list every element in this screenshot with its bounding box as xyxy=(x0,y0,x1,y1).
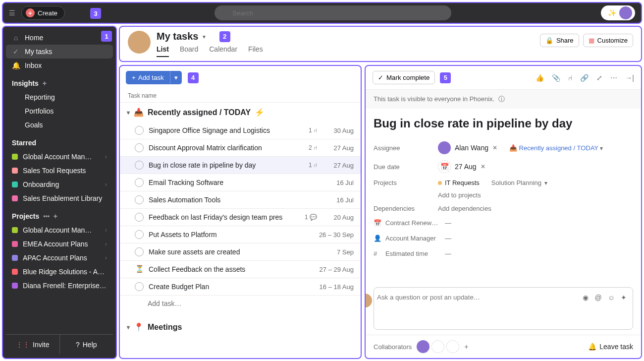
sidebar-starred-item[interactable]: Onboarding› xyxy=(6,178,113,191)
project-color-dot xyxy=(12,255,18,261)
tab-calendar[interactable]: Calendar xyxy=(209,45,237,57)
sidebar-project-item[interactable]: Diana Frenell: Enterprise… xyxy=(6,279,113,293)
chevron-right-icon: › xyxy=(105,241,107,247)
hamburger-icon[interactable]: ☰ xyxy=(9,9,15,17)
sidebar-insights-item[interactable]: Portfolios xyxy=(6,104,113,118)
mark-complete-button[interactable]: ✓ Mark complete xyxy=(373,71,435,84)
check-circle-icon[interactable] xyxy=(135,161,144,170)
record-icon[interactable]: ◉ xyxy=(583,294,589,301)
plus-icon[interactable]: + xyxy=(43,79,47,87)
annotation-1: 1 xyxy=(101,31,112,42)
close-icon[interactable]: →| xyxy=(625,74,634,82)
check-circle-icon[interactable] xyxy=(135,178,144,187)
sidebar-project-item[interactable]: Blue Ridge Solutions - A… xyxy=(6,265,113,279)
emoji-icon[interactable]: ☺ xyxy=(608,294,615,301)
sidebar-section-projects[interactable]: Projects ••• + xyxy=(6,205,113,223)
help-button[interactable]: ? Help xyxy=(59,335,113,354)
check-circle-icon[interactable] xyxy=(135,247,144,256)
task-row[interactable]: Create Budget Plan16 – 18 Aug xyxy=(120,278,361,296)
task-row[interactable]: Feedback on last Friday's design team pr… xyxy=(120,209,361,226)
assignee-label: Assignee xyxy=(374,144,438,152)
add-task-button[interactable]: + Add task xyxy=(126,71,170,84)
custom-field-row[interactable]: #Estimated time— xyxy=(366,246,641,261)
add-task-dropdown[interactable]: ▾ xyxy=(170,71,182,84)
task-row[interactable]: Sales Automation Tools16 Jul xyxy=(120,191,361,209)
add-collaborator-slot[interactable] xyxy=(431,340,444,353)
task-row[interactable]: Discount Approval Matrix clarification2 … xyxy=(120,139,361,157)
more-icon[interactable]: ⋯ xyxy=(610,74,617,82)
task-row[interactable]: Email Tracking Software16 Jul xyxy=(120,174,361,191)
remove-assignee-icon[interactable]: ✕ xyxy=(492,144,497,151)
sidebar-starred-item[interactable]: Sales Tool Requests xyxy=(6,164,113,178)
project-pill-it[interactable]: IT Requests xyxy=(438,179,480,186)
project-pill-solution[interactable]: Solution Planning ▾ xyxy=(491,179,547,186)
task-name: Collect Feedback on the assets xyxy=(149,265,315,273)
check-circle-icon[interactable] xyxy=(135,282,144,291)
tab-files[interactable]: Files xyxy=(248,45,263,57)
custom-field-row[interactable]: 📅Contract Renew…— xyxy=(366,215,641,231)
sidebar-project-item[interactable]: APAC Account Plans› xyxy=(6,251,113,265)
sidebar-nav-inbox[interactable]: 🔔Inbox xyxy=(6,59,113,72)
sidebar-starred-item[interactable]: Global Account Man…› xyxy=(6,150,113,164)
leave-task-button[interactable]: 🔔 Leave task xyxy=(588,343,633,351)
subtask-icon[interactable]: ⑁ xyxy=(568,74,572,82)
field-value: — xyxy=(445,219,451,227)
avatar-pill[interactable]: ✨ xyxy=(601,5,635,20)
sidebar-section-starred[interactable]: Starred xyxy=(6,132,113,150)
tab-board[interactable]: Board xyxy=(180,45,198,57)
add-collaborator-slot[interactable] xyxy=(446,340,459,353)
task-title[interactable]: Bug in close rate in pipeline by day xyxy=(366,109,641,138)
check-circle-icon[interactable] xyxy=(135,230,144,239)
sidebar-nav-my-tasks[interactable]: ✓My tasks xyxy=(6,45,113,59)
customize-button[interactable]: ▦ Customize xyxy=(583,34,633,47)
section-recently-assigned[interactable]: ▾ 📥 Recently assigned / TODAY ⚡ xyxy=(120,103,361,122)
assignee-avatar xyxy=(438,141,451,154)
chevron-down-icon[interactable]: ▾ xyxy=(203,33,206,40)
section-chip[interactable]: 📥 Recently assigned / TODAY ▾ xyxy=(509,144,603,152)
sidebar-section-insights[interactable]: Insights + xyxy=(6,72,113,90)
invite-button[interactable]: ⋮⋮ Invite xyxy=(6,335,59,354)
task-row[interactable]: Bug in close rate in pipeline by day1 ⑁2… xyxy=(120,157,361,174)
search-input[interactable] xyxy=(215,5,451,20)
sidebar-insights-item[interactable]: Reporting xyxy=(6,90,113,104)
add-task-placeholder[interactable]: Add task… xyxy=(120,296,361,311)
custom-field-row[interactable]: 👤Account Manager— xyxy=(366,231,641,246)
share-button[interactable]: 🔒 Share xyxy=(540,34,579,47)
assignee-chip[interactable]: Alan Wang ✕ xyxy=(438,141,497,154)
due-date-label: Due date xyxy=(374,163,438,171)
star-icon[interactable]: ✦ xyxy=(621,294,627,301)
create-button[interactable]: + Create xyxy=(21,6,65,20)
check-circle-icon[interactable] xyxy=(135,143,144,152)
tab-list[interactable]: List xyxy=(157,45,169,57)
check-circle-icon[interactable] xyxy=(135,195,144,204)
task-row[interactable]: Put Assets to Platform26 – 30 Sep xyxy=(120,226,361,243)
attachment-icon[interactable]: 📎 xyxy=(552,74,560,82)
check-circle-icon[interactable] xyxy=(135,213,144,222)
fullscreen-icon[interactable]: ⤢ xyxy=(596,74,602,82)
sidebar-starred-item[interactable]: Sales Enablement Library xyxy=(6,191,113,205)
task-row[interactable]: ⏳Collect Feedback on the assets27 – 29 A… xyxy=(120,261,361,278)
comment-box[interactable]: ◉ @ ☺ ✦ xyxy=(374,287,633,330)
plus-icon[interactable]: + xyxy=(54,212,57,220)
add-collaborator-plus[interactable]: + xyxy=(464,343,468,351)
chevron-right-icon: › xyxy=(105,153,107,160)
task-row[interactable]: Make sure assets are created7 Sep xyxy=(120,243,361,261)
task-row[interactable]: Singapore Office Signage and Logistics1 … xyxy=(120,122,361,139)
collaborator-avatar[interactable] xyxy=(417,340,429,353)
add-dependencies-link[interactable]: Add dependencies xyxy=(438,205,491,212)
remove-date-icon[interactable]: ✕ xyxy=(481,163,485,170)
grid-icon: ▦ xyxy=(589,37,594,44)
sidebar-nav-home[interactable]: ⌂Home xyxy=(6,31,113,45)
sidebar-insights-item[interactable]: Goals xyxy=(6,118,113,132)
like-icon[interactable]: 👍 xyxy=(536,74,544,82)
info-icon[interactable]: ⓘ xyxy=(498,95,505,103)
check-circle-icon[interactable] xyxy=(135,126,144,135)
link-icon[interactable]: 🔗 xyxy=(580,74,589,82)
add-to-projects-link[interactable]: Add to projects xyxy=(438,191,547,199)
sidebar-project-item[interactable]: EMEA Account Plans› xyxy=(6,237,113,251)
mention-icon[interactable]: @ xyxy=(594,294,601,301)
sidebar-project-item[interactable]: Global Account Man…› xyxy=(6,223,113,237)
due-date-chip[interactable]: 📅 27 Aug ✕ xyxy=(438,160,485,173)
dots-icon[interactable]: ••• xyxy=(43,213,50,220)
section-meetings[interactable]: ▾ 📍 Meetings xyxy=(120,317,361,337)
